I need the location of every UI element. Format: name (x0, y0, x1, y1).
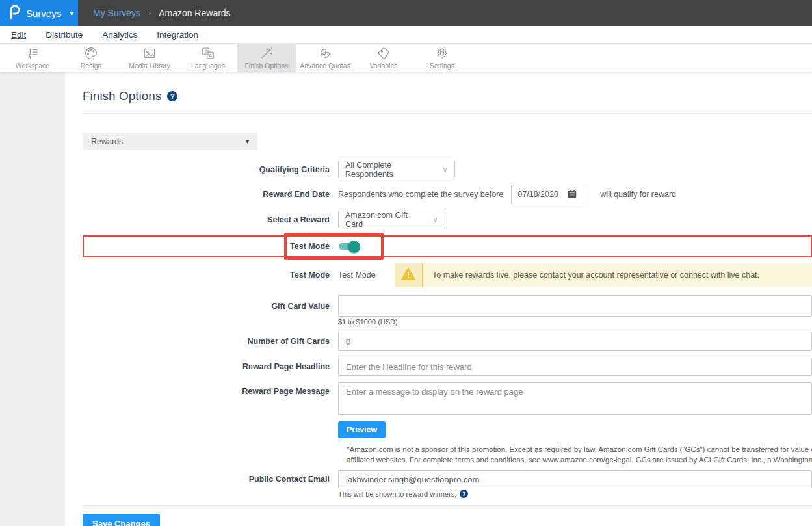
reward-end-date-suffix: will qualify for reward (600, 190, 676, 199)
public-contact-email-input[interactable] (338, 470, 812, 488)
toolbar-item-settings[interactable]: Settings (413, 44, 471, 72)
variables-icon (376, 46, 391, 60)
public-contact-email-helper: This will be shown to reward winners. (338, 490, 456, 498)
languages-icon: 文 A (201, 46, 215, 60)
amazon-disclaimer: *Amazon.com is not a sponsor of this pro… (347, 445, 812, 465)
edit-toolbar: Workspace Design Media Library 文 A (0, 44, 812, 72)
reward-page-message-textarea[interactable] (338, 382, 812, 415)
media-library-icon (142, 46, 157, 60)
disclaimer-line-2: affiliated websites. For complete terms … (347, 455, 812, 466)
reward-end-date-input[interactable]: 07/18/2020 (511, 185, 583, 204)
advance-quotas-icon (318, 46, 332, 60)
warning-message: To make rewards live, please contact you… (423, 263, 759, 287)
reward-end-date-prefix: Respondents who complete the survey befo… (338, 190, 503, 199)
save-changes-button[interactable]: Save Changes (83, 514, 160, 526)
disclaimer-line-1: *Amazon.com is not a sponsor of this pro… (347, 445, 812, 455)
public-contact-email-label: Public Contact Email (83, 475, 338, 484)
test-mode-toggle-label: Test Mode (83, 242, 338, 251)
chevron-down-icon: ∨ (442, 165, 448, 174)
reward-page-message-label: Reward Page Message (83, 382, 338, 396)
select-reward-select[interactable]: Amazon.com Gift Card ∨ (338, 211, 445, 228)
select-reward-label: Select a Reward (83, 215, 338, 224)
gift-card-value-helper: $1 to $1000 (USD) (338, 318, 398, 326)
toolbar-label: Media Library (129, 62, 170, 70)
toolbar-label: Settings (430, 62, 454, 70)
questionpro-logo-icon (8, 5, 20, 21)
toolbar-item-variables[interactable]: Variables (354, 44, 413, 72)
design-icon (84, 46, 98, 60)
test-mode-warning-banner: To make rewards live, please contact you… (395, 263, 812, 287)
gift-card-value-label: Gift Card Value (83, 302, 338, 311)
finish-options-panel: Finish Options ? Rewards ▾ Qualifying Cr… (65, 72, 812, 526)
toggle-knob (348, 241, 360, 253)
tab-edit[interactable]: Edit (5, 30, 36, 40)
tab-integration[interactable]: Integration (147, 30, 208, 40)
number-of-gift-cards-label: Number of Gift Cards (83, 337, 338, 346)
toolbar-label: Advance Quotas (300, 62, 350, 70)
tab-analytics[interactable]: Analytics (92, 30, 147, 40)
divider (83, 113, 812, 114)
qualifying-criteria-value: All Complete Respondents (345, 161, 436, 179)
app-name: Surveys (26, 8, 61, 19)
finish-options-icon (259, 46, 274, 60)
toolbar-label: Finish Options (244, 62, 288, 70)
settings-icon (435, 46, 449, 60)
toolbar-item-languages[interactable]: 文 A Languages (179, 44, 237, 72)
gift-card-value-input[interactable] (338, 295, 812, 317)
toolbar-item-design[interactable]: Design (62, 44, 120, 72)
breadcrumb: My Surveys › Amazon Rewards (78, 0, 812, 26)
reward-type-select[interactable]: Rewards ▾ (83, 133, 257, 150)
toolbar-item-workspace[interactable]: Workspace (3, 44, 62, 72)
toolbar-label: Variables (370, 62, 398, 70)
chevron-down-icon: ▾ (246, 138, 249, 145)
number-of-gift-cards-input[interactable] (338, 332, 812, 351)
breadcrumb-my-surveys[interactable]: My Surveys (93, 8, 140, 18)
toolbar-item-finish-options[interactable]: Finish Options (237, 44, 296, 72)
reward-type-value: Rewards (91, 137, 123, 146)
test-mode-toggle[interactable] (339, 243, 358, 250)
toolbar-item-media-library[interactable]: Media Library (120, 44, 179, 72)
warning-icon-cell (395, 263, 423, 287)
chevron-down-icon: ▼ (68, 10, 75, 17)
workspace-icon (25, 46, 40, 60)
reward-end-date-value: 07/18/2020 (517, 190, 558, 199)
page-background: Finish Options ? Rewards ▾ Qualifying Cr… (0, 72, 812, 526)
qualifying-criteria-select[interactable]: All Complete Respondents ∨ (338, 161, 455, 178)
calendar-icon[interactable] (568, 189, 577, 200)
breadcrumb-current-survey: Amazon Rewards (159, 8, 231, 18)
help-icon[interactable]: ? (167, 91, 177, 101)
tab-distribute[interactable]: Distribute (36, 30, 92, 40)
divider (83, 505, 812, 506)
section-tabs: Edit Distribute Analytics Integration (0, 26, 812, 44)
svg-text:A: A (209, 52, 212, 58)
warning-triangle-icon (400, 267, 416, 283)
select-reward-value: Amazon.com Gift Card (345, 211, 426, 229)
test-mode-status-value: Test Mode (338, 270, 395, 280)
chevron-down-icon: ∨ (432, 215, 438, 224)
page-title: Finish Options (83, 89, 161, 103)
preview-button[interactable]: Preview (338, 421, 386, 438)
help-icon[interactable]: ? (460, 490, 468, 498)
toolbar-item-advance-quotas[interactable]: Advance Quotas (296, 44, 354, 72)
surveys-app-menu[interactable]: Surveys ▼ (0, 0, 78, 26)
qualifying-criteria-label: Qualifying Criteria (83, 165, 338, 174)
breadcrumb-separator-icon: › (148, 8, 151, 18)
reward-page-headline-label: Reward Page Headline (83, 362, 338, 371)
toolbar-label: Design (81, 62, 102, 70)
toolbar-label: Workspace (16, 62, 49, 70)
toolbar-label: Languages (191, 62, 225, 70)
reward-end-date-label: Reward End Date (83, 190, 338, 199)
top-header: Surveys ▼ My Surveys › Amazon Rewards (0, 0, 812, 26)
svg-text:文: 文 (204, 48, 209, 54)
test-mode-status-label: Test Mode (83, 270, 338, 280)
reward-page-headline-input[interactable] (338, 358, 812, 376)
